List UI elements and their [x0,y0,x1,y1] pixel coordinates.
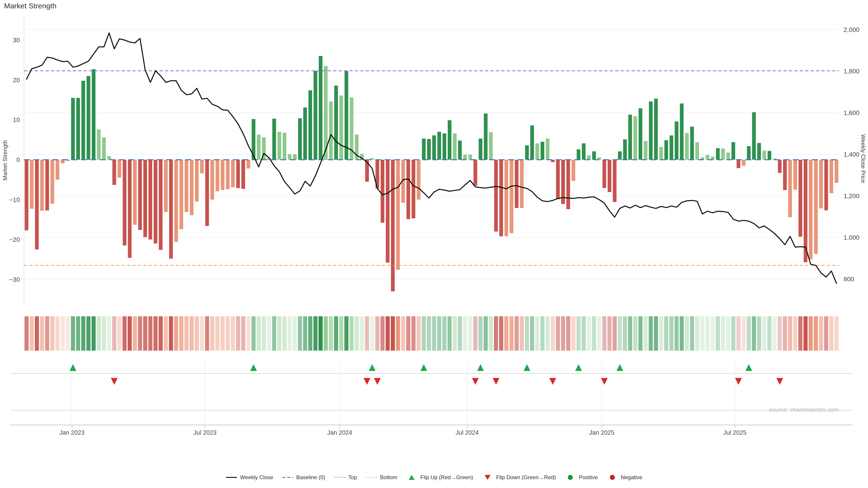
heatmap-week-cell [721,316,725,351]
heatmap-week-cell [742,316,746,351]
heatmap-week-cell [484,316,488,351]
heatmap-week-cell [489,316,493,351]
strength-bar [133,160,136,225]
left-axis-tick-label: 0 [16,156,20,163]
strength-bar [329,101,333,160]
strength-bar [685,133,689,160]
strength-bar [830,160,833,193]
heatmap-week-cell [447,316,452,351]
strength-bar [118,160,121,177]
strength-bar [257,135,260,160]
heatmap-week-cell [788,316,792,351]
heatmap-week-cell [267,316,271,351]
strength-bar [303,107,307,160]
heatmap-week-cell [133,316,137,351]
strength-bar [51,160,54,203]
strength-bar [799,160,802,237]
heatmap-week-cell [153,316,158,351]
strength-bar [546,138,549,160]
strength-bar [211,160,214,200]
right-axis-tick-label: 1,000 [844,234,860,241]
heatmap-week-cell [50,316,54,351]
heatmap-week-cell [613,316,617,351]
line-legend-swatch [225,474,237,481]
heatmap-week-cell [293,316,297,351]
heatmap-week-cell [602,316,606,351]
strength-bar [489,132,493,160]
heatmap-week-cell [92,316,96,351]
strength-bar [174,160,178,242]
flip-down-marker [735,378,742,385]
strength-bar [742,160,745,166]
strength-bar [313,71,317,160]
legend-item-4: Flip Up (Red→Green) [406,474,473,481]
heatmap-week-cell [256,316,260,351]
heatmap-week-cell [282,316,286,351]
heatmap-week-cell [81,316,85,351]
heatmap-week-cell [164,316,168,351]
strength-bar [412,160,415,219]
heatmap-week-cell [706,316,710,351]
flip-down-marker [364,378,370,385]
strength-bar [61,160,64,163]
strength-bar [499,160,503,236]
heatmap-week-cell [40,316,44,351]
heatmap-week-cell [463,316,467,351]
strength-bar [484,113,487,160]
strength-bar [639,108,642,160]
strength-bar [747,146,750,160]
heatmap-week-cell [778,316,782,351]
strength-bar [794,160,797,190]
flip-up-marker [369,364,376,371]
left-axis-tick-label: 30 [13,37,20,43]
strength-bar [463,155,467,160]
strength-bar [706,155,709,160]
heatmap-week-cell [618,316,622,351]
legend-item-0: Weekly Close [225,474,273,481]
strength-bar [278,132,281,160]
strength-bar [809,160,812,259]
heatmap-week-cell [365,316,369,351]
strength-bar [272,119,276,160]
heatmap-week-cell [556,316,560,351]
triangle-up-legend-swatch [406,474,417,481]
heatmap-week-cell [690,316,694,351]
heatmap-week-cell [473,316,477,351]
heatmap-week-cell [71,316,75,351]
strength-bar [778,160,781,173]
heatmap-week-cell [731,316,735,351]
strength-bar [628,115,632,160]
heatmap-week-cell [360,316,364,351]
flip-up-marker [70,364,76,371]
heatmap-week-cell [215,316,219,351]
left-axis-tick-label: 10 [13,116,20,123]
strength-bar [602,160,606,188]
legend-item-label: Negative [621,474,643,481]
heatmap-week-cell [184,316,188,351]
strength-bar [783,160,786,190]
strength-bar [819,160,823,208]
heatmap-week-cell [520,316,524,351]
heatmap-week-cell [236,316,240,351]
heatmap-week-cell [396,316,400,351]
heatmap-week-cell [814,316,818,351]
strength-bar [169,160,173,259]
heatmap-week-cell [747,316,751,351]
legend-item-5: Flip Down (Green→Red) [482,474,556,481]
strength-bar [737,160,740,168]
strength-bar [391,160,395,291]
flip-up-marker [524,364,530,371]
heatmap-week-cell [540,316,545,351]
strength-bar [97,129,101,160]
heatmap-week-cell [303,316,307,351]
heatmap-week-cell [272,316,276,351]
heatmap-week-cell [494,316,498,351]
circle-legend-swatch [564,474,576,481]
left-axis-tick-label: −20 [9,236,20,243]
strength-bar [670,135,673,160]
x-axis-tick-label: Jan 2024 [327,429,352,436]
strength-bar [81,80,85,160]
heatmap-week-cell [385,316,390,351]
strength-bar [732,142,735,160]
flip-up-marker [477,364,484,371]
